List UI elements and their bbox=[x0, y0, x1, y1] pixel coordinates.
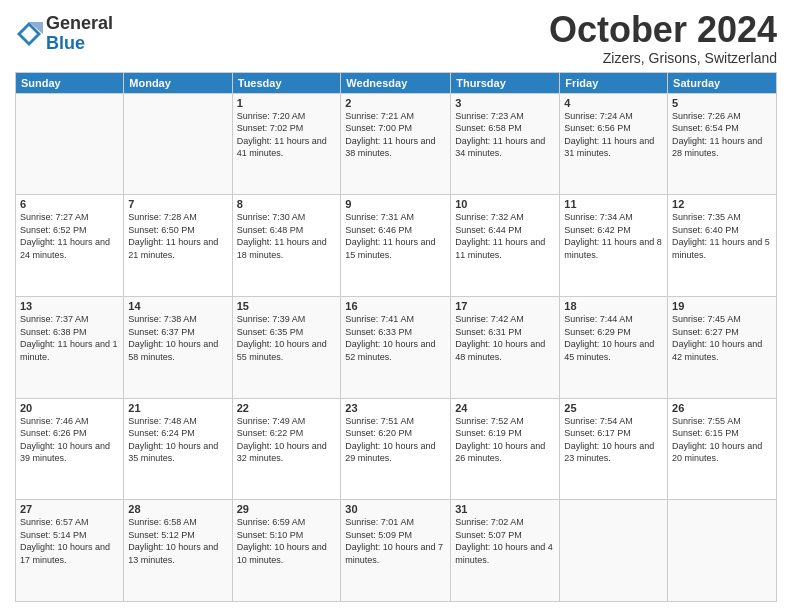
day-number: 4 bbox=[564, 97, 663, 109]
day-number: 14 bbox=[128, 300, 227, 312]
day-cell: 24Sunrise: 7:52 AM Sunset: 6:19 PM Dayli… bbox=[451, 398, 560, 500]
page: General Blue October 2024 Zizers, Grison… bbox=[0, 0, 792, 612]
col-monday: Monday bbox=[124, 72, 232, 93]
day-cell: 28Sunrise: 6:58 AM Sunset: 5:12 PM Dayli… bbox=[124, 500, 232, 602]
day-info: Sunrise: 7:34 AM Sunset: 6:42 PM Dayligh… bbox=[564, 211, 663, 261]
day-cell: 26Sunrise: 7:55 AM Sunset: 6:15 PM Dayli… bbox=[668, 398, 777, 500]
day-info: Sunrise: 7:55 AM Sunset: 6:15 PM Dayligh… bbox=[672, 415, 772, 465]
day-cell: 7Sunrise: 7:28 AM Sunset: 6:50 PM Daylig… bbox=[124, 195, 232, 297]
week-row-3: 13Sunrise: 7:37 AM Sunset: 6:38 PM Dayli… bbox=[16, 296, 777, 398]
day-number: 26 bbox=[672, 402, 772, 414]
logo-text: General Blue bbox=[46, 14, 113, 54]
day-cell: 21Sunrise: 7:48 AM Sunset: 6:24 PM Dayli… bbox=[124, 398, 232, 500]
day-cell: 19Sunrise: 7:45 AM Sunset: 6:27 PM Dayli… bbox=[668, 296, 777, 398]
day-cell: 14Sunrise: 7:38 AM Sunset: 6:37 PM Dayli… bbox=[124, 296, 232, 398]
day-info: Sunrise: 7:42 AM Sunset: 6:31 PM Dayligh… bbox=[455, 313, 555, 363]
day-number: 16 bbox=[345, 300, 446, 312]
logo-icon bbox=[15, 20, 43, 48]
day-info: Sunrise: 7:38 AM Sunset: 6:37 PM Dayligh… bbox=[128, 313, 227, 363]
day-info: Sunrise: 7:21 AM Sunset: 7:00 PM Dayligh… bbox=[345, 110, 446, 160]
day-cell bbox=[560, 500, 668, 602]
day-number: 27 bbox=[20, 503, 119, 515]
day-number: 3 bbox=[455, 97, 555, 109]
day-number: 1 bbox=[237, 97, 337, 109]
day-number: 6 bbox=[20, 198, 119, 210]
month-title: October 2024 bbox=[549, 10, 777, 50]
day-cell: 3Sunrise: 7:23 AM Sunset: 6:58 PM Daylig… bbox=[451, 93, 560, 195]
day-cell: 22Sunrise: 7:49 AM Sunset: 6:22 PM Dayli… bbox=[232, 398, 341, 500]
col-thursday: Thursday bbox=[451, 72, 560, 93]
day-number: 21 bbox=[128, 402, 227, 414]
day-info: Sunrise: 7:20 AM Sunset: 7:02 PM Dayligh… bbox=[237, 110, 337, 160]
day-cell: 31Sunrise: 7:02 AM Sunset: 5:07 PM Dayli… bbox=[451, 500, 560, 602]
day-number: 28 bbox=[128, 503, 227, 515]
day-info: Sunrise: 7:35 AM Sunset: 6:40 PM Dayligh… bbox=[672, 211, 772, 261]
day-info: Sunrise: 7:28 AM Sunset: 6:50 PM Dayligh… bbox=[128, 211, 227, 261]
week-row-5: 27Sunrise: 6:57 AM Sunset: 5:14 PM Dayli… bbox=[16, 500, 777, 602]
day-number: 20 bbox=[20, 402, 119, 414]
day-info: Sunrise: 7:26 AM Sunset: 6:54 PM Dayligh… bbox=[672, 110, 772, 160]
day-cell bbox=[124, 93, 232, 195]
day-number: 17 bbox=[455, 300, 555, 312]
day-info: Sunrise: 6:58 AM Sunset: 5:12 PM Dayligh… bbox=[128, 516, 227, 566]
week-row-2: 6Sunrise: 7:27 AM Sunset: 6:52 PM Daylig… bbox=[16, 195, 777, 297]
day-info: Sunrise: 6:57 AM Sunset: 5:14 PM Dayligh… bbox=[20, 516, 119, 566]
day-cell: 13Sunrise: 7:37 AM Sunset: 6:38 PM Dayli… bbox=[16, 296, 124, 398]
day-cell: 11Sunrise: 7:34 AM Sunset: 6:42 PM Dayli… bbox=[560, 195, 668, 297]
logo: General Blue bbox=[15, 14, 113, 54]
day-number: 11 bbox=[564, 198, 663, 210]
day-info: Sunrise: 7:41 AM Sunset: 6:33 PM Dayligh… bbox=[345, 313, 446, 363]
day-number: 25 bbox=[564, 402, 663, 414]
day-info: Sunrise: 7:31 AM Sunset: 6:46 PM Dayligh… bbox=[345, 211, 446, 261]
col-wednesday: Wednesday bbox=[341, 72, 451, 93]
day-cell: 20Sunrise: 7:46 AM Sunset: 6:26 PM Dayli… bbox=[16, 398, 124, 500]
week-row-4: 20Sunrise: 7:46 AM Sunset: 6:26 PM Dayli… bbox=[16, 398, 777, 500]
day-number: 5 bbox=[672, 97, 772, 109]
day-number: 10 bbox=[455, 198, 555, 210]
day-number: 31 bbox=[455, 503, 555, 515]
col-tuesday: Tuesday bbox=[232, 72, 341, 93]
day-info: Sunrise: 7:32 AM Sunset: 6:44 PM Dayligh… bbox=[455, 211, 555, 261]
day-info: Sunrise: 7:39 AM Sunset: 6:35 PM Dayligh… bbox=[237, 313, 337, 363]
day-number: 30 bbox=[345, 503, 446, 515]
day-info: Sunrise: 7:48 AM Sunset: 6:24 PM Dayligh… bbox=[128, 415, 227, 465]
calendar: Sunday Monday Tuesday Wednesday Thursday… bbox=[15, 72, 777, 602]
day-cell: 1Sunrise: 7:20 AM Sunset: 7:02 PM Daylig… bbox=[232, 93, 341, 195]
day-number: 8 bbox=[237, 198, 337, 210]
day-info: Sunrise: 7:24 AM Sunset: 6:56 PM Dayligh… bbox=[564, 110, 663, 160]
title-block: October 2024 Zizers, Grisons, Switzerlan… bbox=[549, 10, 777, 66]
day-cell: 27Sunrise: 6:57 AM Sunset: 5:14 PM Dayli… bbox=[16, 500, 124, 602]
day-info: Sunrise: 7:02 AM Sunset: 5:07 PM Dayligh… bbox=[455, 516, 555, 566]
day-number: 23 bbox=[345, 402, 446, 414]
day-number: 9 bbox=[345, 198, 446, 210]
day-number: 24 bbox=[455, 402, 555, 414]
day-cell: 12Sunrise: 7:35 AM Sunset: 6:40 PM Dayli… bbox=[668, 195, 777, 297]
day-info: Sunrise: 7:51 AM Sunset: 6:20 PM Dayligh… bbox=[345, 415, 446, 465]
day-number: 19 bbox=[672, 300, 772, 312]
logo-blue: Blue bbox=[46, 34, 113, 54]
week-row-1: 1Sunrise: 7:20 AM Sunset: 7:02 PM Daylig… bbox=[16, 93, 777, 195]
day-info: Sunrise: 7:52 AM Sunset: 6:19 PM Dayligh… bbox=[455, 415, 555, 465]
day-cell: 2Sunrise: 7:21 AM Sunset: 7:00 PM Daylig… bbox=[341, 93, 451, 195]
day-cell: 18Sunrise: 7:44 AM Sunset: 6:29 PM Dayli… bbox=[560, 296, 668, 398]
day-info: Sunrise: 7:37 AM Sunset: 6:38 PM Dayligh… bbox=[20, 313, 119, 363]
day-info: Sunrise: 7:01 AM Sunset: 5:09 PM Dayligh… bbox=[345, 516, 446, 566]
day-info: Sunrise: 7:46 AM Sunset: 6:26 PM Dayligh… bbox=[20, 415, 119, 465]
day-cell: 25Sunrise: 7:54 AM Sunset: 6:17 PM Dayli… bbox=[560, 398, 668, 500]
day-cell: 6Sunrise: 7:27 AM Sunset: 6:52 PM Daylig… bbox=[16, 195, 124, 297]
day-number: 12 bbox=[672, 198, 772, 210]
day-cell: 29Sunrise: 6:59 AM Sunset: 5:10 PM Dayli… bbox=[232, 500, 341, 602]
day-cell: 23Sunrise: 7:51 AM Sunset: 6:20 PM Dayli… bbox=[341, 398, 451, 500]
day-cell bbox=[16, 93, 124, 195]
day-info: Sunrise: 7:23 AM Sunset: 6:58 PM Dayligh… bbox=[455, 110, 555, 160]
day-cell: 17Sunrise: 7:42 AM Sunset: 6:31 PM Dayli… bbox=[451, 296, 560, 398]
day-cell: 15Sunrise: 7:39 AM Sunset: 6:35 PM Dayli… bbox=[232, 296, 341, 398]
col-saturday: Saturday bbox=[668, 72, 777, 93]
day-cell: 8Sunrise: 7:30 AM Sunset: 6:48 PM Daylig… bbox=[232, 195, 341, 297]
location: Zizers, Grisons, Switzerland bbox=[549, 50, 777, 66]
day-info: Sunrise: 7:45 AM Sunset: 6:27 PM Dayligh… bbox=[672, 313, 772, 363]
logo-general: General bbox=[46, 14, 113, 34]
day-cell: 30Sunrise: 7:01 AM Sunset: 5:09 PM Dayli… bbox=[341, 500, 451, 602]
day-info: Sunrise: 7:49 AM Sunset: 6:22 PM Dayligh… bbox=[237, 415, 337, 465]
day-cell: 4Sunrise: 7:24 AM Sunset: 6:56 PM Daylig… bbox=[560, 93, 668, 195]
